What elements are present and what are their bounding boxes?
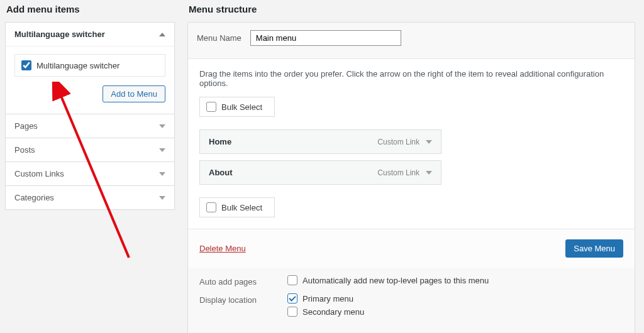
- panel-label: Pages: [14, 121, 38, 131]
- panel-body-mls: Multilanguage switcher Add to Menu: [6, 46, 174, 114]
- menu-frame: Menu Name Drag the items into the order …: [187, 22, 635, 333]
- chevron-down-icon: [159, 148, 165, 152]
- secondary-menu-checkbox[interactable]: [287, 307, 297, 317]
- delete-menu-link[interactable]: Delete Menu: [199, 244, 246, 253]
- bulk-select-label: Bulk Select: [221, 102, 262, 112]
- add-items-heading: Add menu items: [6, 4, 175, 14]
- drag-hint: Drag the items into the order you prefer…: [199, 69, 623, 88]
- panel-pages[interactable]: Pages: [6, 114, 174, 138]
- panel-posts[interactable]: Posts: [6, 138, 174, 161]
- menu-items-list: Home Custom Link About Custom Link: [199, 129, 441, 185]
- bulk-select-checkbox[interactable]: [206, 202, 216, 212]
- auto-add-pages-option[interactable]: Automatically add new top-level pages to…: [287, 275, 489, 285]
- menu-item-name: About: [209, 168, 233, 177]
- panel-label: Custom Links: [14, 169, 64, 178]
- bulk-select-top[interactable]: Bulk Select: [199, 97, 275, 117]
- auto-add-cb-label: Automatically add new top-level pages to…: [303, 276, 489, 285]
- primary-menu-label: Primary menu: [303, 294, 353, 303]
- display-location-label: Display location: [199, 293, 287, 320]
- menu-item[interactable]: Home Custom Link: [199, 129, 441, 154]
- add-to-menu-button[interactable]: Add to Menu: [103, 85, 165, 102]
- mls-checkbox[interactable]: [21, 60, 31, 70]
- bulk-select-checkbox[interactable]: [206, 102, 216, 112]
- menu-name-label: Menu Name: [197, 33, 242, 43]
- bulk-select-bottom[interactable]: Bulk Select: [199, 197, 275, 217]
- mls-item-row[interactable]: Multilanguage switcher: [14, 54, 165, 77]
- chevron-down-icon[interactable]: [426, 171, 432, 175]
- primary-menu-checkbox[interactable]: [287, 293, 297, 303]
- chevron-down-icon[interactable]: [426, 140, 432, 144]
- menu-name-input[interactable]: [250, 30, 401, 46]
- save-menu-button[interactable]: Save Menu: [565, 239, 623, 258]
- bulk-select-label: Bulk Select: [221, 203, 262, 212]
- panel-label: Multilanguage switcher: [14, 30, 105, 39]
- panel-label: Posts: [14, 145, 35, 155]
- accordion: Multilanguage switcher Multilanguage swi…: [5, 22, 175, 210]
- primary-menu-option[interactable]: Primary menu: [287, 293, 364, 303]
- menu-structure-heading: Menu structure: [189, 4, 635, 14]
- mls-checkbox-label: Multilanguage switcher: [36, 61, 119, 70]
- chevron-down-icon: [159, 124, 165, 128]
- chevron-down-icon: [159, 196, 165, 200]
- secondary-menu-label: Secondary menu: [303, 307, 364, 317]
- panel-label: Categories: [14, 193, 54, 202]
- panel-multilanguage-switcher[interactable]: Multilanguage switcher: [6, 23, 174, 46]
- menu-item-name: Home: [209, 137, 231, 146]
- auto-add-pages-label: Auto add pages: [199, 275, 287, 288]
- menu-item-type: Custom Link: [377, 138, 419, 146]
- panel-custom-links[interactable]: Custom Links: [6, 161, 174, 185]
- menu-item[interactable]: About Custom Link: [199, 160, 441, 185]
- auto-add-checkbox[interactable]: [287, 275, 297, 285]
- chevron-down-icon: [159, 172, 165, 176]
- panel-categories[interactable]: Categories: [6, 185, 174, 209]
- secondary-menu-option[interactable]: Secondary menu: [287, 307, 364, 317]
- chevron-up-icon: [159, 33, 165, 36]
- menu-item-type: Custom Link: [377, 168, 419, 177]
